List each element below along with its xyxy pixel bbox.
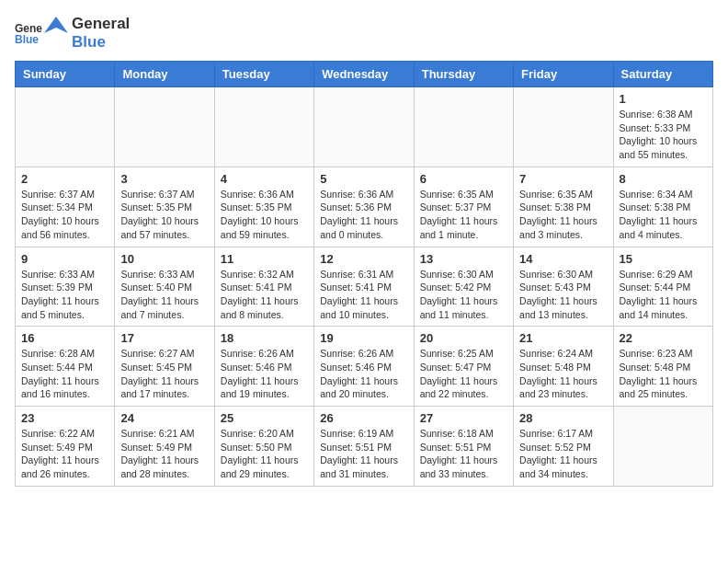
day-cell — [613, 407, 712, 487]
weekday-header-row: SundayMondayTuesdayWednesdayThursdayFrid… — [16, 62, 713, 87]
day-info: Sunrise: 6:33 AM Sunset: 5:39 PM Dayligh… — [21, 268, 108, 322]
svg-marker-2 — [44, 17, 68, 33]
day-cell: 2Sunrise: 6:37 AM Sunset: 5:34 PM Daylig… — [16, 167, 115, 247]
day-info: Sunrise: 6:29 AM Sunset: 5:44 PM Dayligh… — [620, 268, 707, 322]
day-cell: 27Sunrise: 6:18 AM Sunset: 5:51 PM Dayli… — [414, 407, 513, 487]
day-cell: 25Sunrise: 6:20 AM Sunset: 5:50 PM Dayli… — [214, 407, 313, 487]
day-number: 25 — [221, 411, 308, 425]
day-number: 28 — [519, 411, 607, 425]
weekday-header-tuesday: Tuesday — [214, 62, 313, 87]
day-number: 24 — [120, 411, 208, 425]
day-info: Sunrise: 6:26 AM Sunset: 5:46 PM Dayligh… — [221, 347, 308, 401]
day-cell: 15Sunrise: 6:29 AM Sunset: 5:44 PM Dayli… — [613, 247, 712, 327]
day-info: Sunrise: 6:30 AM Sunset: 5:42 PM Dayligh… — [420, 268, 507, 322]
day-cell: 19Sunrise: 6:26 AM Sunset: 5:46 PM Dayli… — [314, 327, 414, 407]
day-number: 27 — [420, 411, 507, 425]
day-info: Sunrise: 6:38 AM Sunset: 5:33 PM Dayligh… — [620, 108, 707, 162]
calendar-table: SundayMondayTuesdayWednesdayThursdayFrid… — [15, 61, 713, 487]
day-number: 13 — [420, 252, 507, 266]
day-cell: 18Sunrise: 6:26 AM Sunset: 5:46 PM Dayli… — [214, 327, 313, 407]
day-cell — [414, 87, 513, 167]
day-number: 9 — [21, 252, 108, 266]
day-cell: 9Sunrise: 6:33 AM Sunset: 5:39 PM Daylig… — [16, 247, 115, 327]
weekday-header-friday: Friday — [514, 62, 613, 87]
day-cell: 11Sunrise: 6:32 AM Sunset: 5:41 PM Dayli… — [214, 247, 313, 327]
day-info: Sunrise: 6:20 AM Sunset: 5:50 PM Dayligh… — [221, 427, 308, 481]
day-number: 12 — [320, 252, 407, 266]
day-number: 3 — [120, 172, 208, 186]
day-number: 11 — [221, 252, 308, 266]
day-number: 14 — [519, 252, 607, 266]
day-cell: 7Sunrise: 6:35 AM Sunset: 5:38 PM Daylig… — [514, 167, 613, 247]
day-number: 4 — [221, 172, 308, 186]
day-cell: 10Sunrise: 6:33 AM Sunset: 5:40 PM Dayli… — [115, 247, 214, 327]
day-info: Sunrise: 6:27 AM Sunset: 5:45 PM Dayligh… — [120, 347, 208, 401]
day-number: 18 — [221, 331, 308, 345]
day-info: Sunrise: 6:37 AM Sunset: 5:34 PM Dayligh… — [21, 188, 108, 242]
day-cell: 3Sunrise: 6:37 AM Sunset: 5:35 PM Daylig… — [115, 167, 214, 247]
day-number: 7 — [519, 172, 607, 186]
logo-icon: General Blue — [15, 19, 42, 47]
day-number: 20 — [420, 331, 507, 345]
day-info: Sunrise: 6:32 AM Sunset: 5:41 PM Dayligh… — [221, 268, 308, 322]
day-cell: 4Sunrise: 6:36 AM Sunset: 5:35 PM Daylig… — [214, 167, 313, 247]
week-row-2: 2Sunrise: 6:37 AM Sunset: 5:34 PM Daylig… — [16, 167, 713, 247]
day-number: 21 — [519, 331, 607, 345]
day-cell: 12Sunrise: 6:31 AM Sunset: 5:41 PM Dayli… — [314, 247, 414, 327]
day-cell: 24Sunrise: 6:21 AM Sunset: 5:49 PM Dayli… — [115, 407, 214, 487]
day-number: 26 — [320, 411, 407, 425]
day-number: 19 — [320, 331, 407, 345]
day-info: Sunrise: 6:17 AM Sunset: 5:52 PM Dayligh… — [519, 427, 607, 481]
day-info: Sunrise: 6:21 AM Sunset: 5:49 PM Dayligh… — [120, 427, 208, 481]
day-info: Sunrise: 6:36 AM Sunset: 5:36 PM Dayligh… — [320, 188, 407, 242]
week-row-5: 23Sunrise: 6:22 AM Sunset: 5:49 PM Dayli… — [16, 407, 713, 487]
day-number: 23 — [21, 411, 108, 425]
day-number: 22 — [620, 331, 707, 345]
page-header: General Blue General Blue — [15, 15, 713, 52]
weekday-header-wednesday: Wednesday — [314, 62, 414, 87]
logo-general-text: General — [72, 15, 130, 32]
day-cell — [16, 87, 115, 167]
day-info: Sunrise: 6:37 AM Sunset: 5:35 PM Dayligh… — [120, 188, 208, 242]
day-cell: 16Sunrise: 6:28 AM Sunset: 5:44 PM Dayli… — [16, 327, 115, 407]
day-info: Sunrise: 6:25 AM Sunset: 5:47 PM Dayligh… — [420, 347, 507, 401]
day-info: Sunrise: 6:19 AM Sunset: 5:51 PM Dayligh… — [320, 427, 407, 481]
day-info: Sunrise: 6:26 AM Sunset: 5:46 PM Dayligh… — [320, 347, 407, 401]
day-info: Sunrise: 6:22 AM Sunset: 5:49 PM Dayligh… — [21, 427, 108, 481]
day-number: 6 — [420, 172, 507, 186]
day-number: 8 — [620, 172, 707, 186]
day-info: Sunrise: 6:36 AM Sunset: 5:35 PM Dayligh… — [221, 188, 308, 242]
logo-blue-text: Blue — [72, 33, 106, 51]
day-info: Sunrise: 6:23 AM Sunset: 5:48 PM Dayligh… — [620, 347, 707, 401]
day-cell: 5Sunrise: 6:36 AM Sunset: 5:36 PM Daylig… — [314, 167, 414, 247]
day-cell — [514, 87, 613, 167]
week-row-4: 16Sunrise: 6:28 AM Sunset: 5:44 PM Dayli… — [16, 327, 713, 407]
day-cell: 8Sunrise: 6:34 AM Sunset: 5:38 PM Daylig… — [613, 167, 712, 247]
day-number: 10 — [120, 252, 208, 266]
day-cell — [314, 87, 414, 167]
weekday-header-monday: Monday — [115, 62, 214, 87]
day-info: Sunrise: 6:31 AM Sunset: 5:41 PM Dayligh… — [320, 268, 407, 322]
day-info: Sunrise: 6:35 AM Sunset: 5:37 PM Dayligh… — [420, 188, 507, 242]
day-cell: 21Sunrise: 6:24 AM Sunset: 5:48 PM Dayli… — [514, 327, 613, 407]
day-cell: 28Sunrise: 6:17 AM Sunset: 5:52 PM Dayli… — [514, 407, 613, 487]
day-cell: 23Sunrise: 6:22 AM Sunset: 5:49 PM Dayli… — [16, 407, 115, 487]
week-row-3: 9Sunrise: 6:33 AM Sunset: 5:39 PM Daylig… — [16, 247, 713, 327]
svg-text:Blue: Blue — [15, 33, 39, 46]
week-row-1: 1Sunrise: 6:38 AM Sunset: 5:33 PM Daylig… — [16, 87, 713, 167]
day-info: Sunrise: 6:33 AM Sunset: 5:40 PM Dayligh… — [120, 268, 208, 322]
day-cell: 22Sunrise: 6:23 AM Sunset: 5:48 PM Dayli… — [613, 327, 712, 407]
day-cell — [115, 87, 214, 167]
day-number: 16 — [21, 331, 108, 345]
day-number: 15 — [620, 252, 707, 266]
day-info: Sunrise: 6:24 AM Sunset: 5:48 PM Dayligh… — [519, 347, 607, 401]
day-cell: 26Sunrise: 6:19 AM Sunset: 5:51 PM Dayli… — [314, 407, 414, 487]
day-info: Sunrise: 6:18 AM Sunset: 5:51 PM Dayligh… — [420, 427, 507, 481]
day-cell: 17Sunrise: 6:27 AM Sunset: 5:45 PM Dayli… — [115, 327, 214, 407]
day-cell: 1Sunrise: 6:38 AM Sunset: 5:33 PM Daylig… — [613, 87, 712, 167]
day-number: 5 — [320, 172, 407, 186]
day-cell: 13Sunrise: 6:30 AM Sunset: 5:42 PM Dayli… — [414, 247, 513, 327]
weekday-header-saturday: Saturday — [613, 62, 712, 87]
day-cell: 6Sunrise: 6:35 AM Sunset: 5:37 PM Daylig… — [414, 167, 513, 247]
weekday-header-thursday: Thursday — [414, 62, 513, 87]
